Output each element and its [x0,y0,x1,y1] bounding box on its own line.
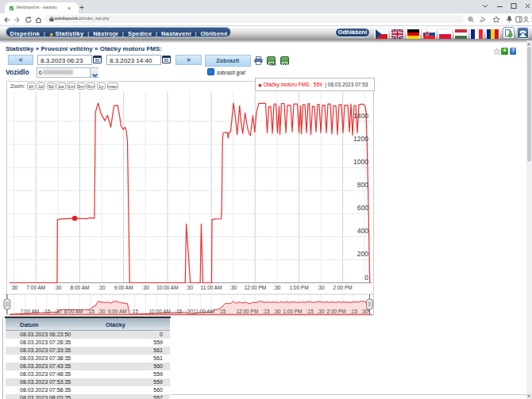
svg-text:8:00 AM: 8:00 AM [64,309,83,314]
svg-text:2:00 PM: 2:00 PM [326,309,345,314]
svg-text::15: :15 [218,309,226,314]
svg-text::15: :15 [350,309,357,314]
svg-text:400: 400 [357,227,368,235]
svg-text:1200: 1200 [353,135,368,143]
svg-text::15: :15 [87,309,94,314]
svg-text:600: 600 [357,204,368,212]
svg-text:11:00 AM: 11:00 AM [201,285,222,290]
svg-text:8:00 AM: 8:00 AM [71,285,90,290]
svg-text::30: :30 [98,309,106,314]
svg-text:7:00 AM: 7:00 AM [26,285,45,290]
svg-text::15: :15 [263,309,270,314]
svg-text::30: :30 [54,285,61,290]
svg-text::30: :30 [186,285,193,290]
svg-text::15: :15 [44,309,51,314]
svg-text:11:00 AM: 11:00 AM [193,309,214,314]
svg-text:1:00 PM: 1:00 PM [283,309,302,314]
svg-text::30: :30 [54,309,61,314]
svg-text::30: :30 [98,285,106,290]
svg-text::30: :30 [273,285,280,290]
svg-text::30: :30 [10,285,17,290]
svg-text:200: 200 [357,250,368,258]
svg-text:800: 800 [357,181,368,189]
svg-text::30: :30 [318,309,325,314]
svg-text:10:00 AM: 10:00 AM [156,285,178,290]
svg-text::30: :30 [318,285,325,290]
svg-text::30: :30 [273,309,280,314]
svg-text:1400: 1400 [353,112,368,120]
svg-text::30: :30 [186,309,193,314]
svg-text::30: :30 [142,285,149,290]
svg-text::15: :15 [175,309,182,314]
svg-text:1:00 PM: 1:00 PM [289,285,308,290]
svg-text:9:00 AM: 9:00 AM [108,309,127,314]
svg-text:2:00 PM: 2:00 PM [333,285,353,290]
svg-text:12:00 PM: 12:00 PM [244,285,266,290]
svg-text:0: 0 [364,274,368,282]
svg-text:9:00 AM: 9:00 AM [114,285,133,290]
svg-text::15: :15 [131,309,138,314]
svg-text:1000: 1000 [353,158,368,166]
svg-text::15: :15 [306,309,314,314]
svg-text::30: :30 [229,285,237,290]
svg-text:7:00 AM: 7:00 AM [20,309,39,314]
svg-text:12:00 PM: 12:00 PM [236,309,258,314]
svg-text:10:00 AM: 10:00 AM [148,309,170,314]
